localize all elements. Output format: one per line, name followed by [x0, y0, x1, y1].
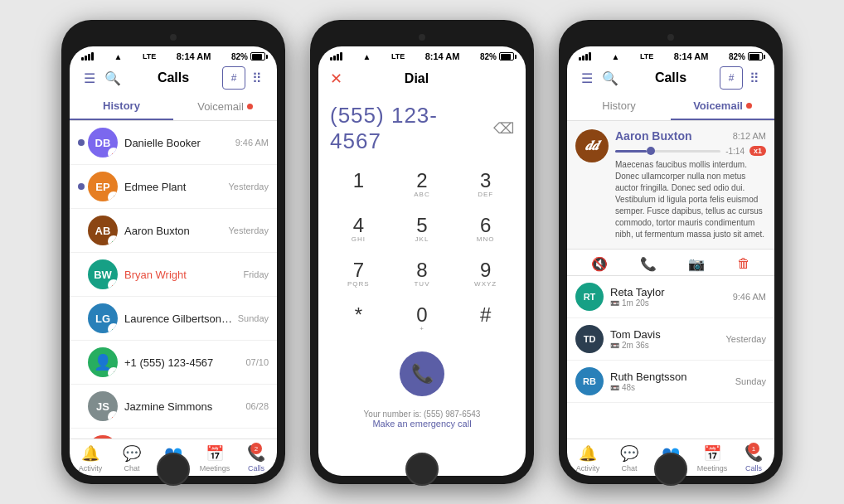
key-2[interactable]: 2ABC	[390, 162, 454, 207]
avatar-danielle: DB ↙	[88, 128, 118, 158]
vm-list-name: Tom Davis	[610, 328, 725, 341]
menu-button[interactable]: ☰	[78, 66, 101, 90]
unread-dot	[78, 139, 85, 146]
avatar-number: 👤 ↗	[88, 347, 118, 377]
home-button-2[interactable]	[405, 453, 439, 486]
grid-button[interactable]: ⠿	[245, 66, 269, 90]
nav-calls-3[interactable]: 📞 Calls 1	[733, 444, 774, 472]
avatar-tom: TD	[575, 325, 604, 353]
nav-label: Activity	[79, 464, 103, 472]
dial-number-display: (555) 123-4567 ⌫	[318, 94, 526, 162]
call-time: 07/10	[245, 357, 269, 367]
vm-duration: 1m 20s	[622, 298, 649, 308]
unread-dot	[78, 183, 85, 190]
search-button[interactable]: 🔍	[101, 66, 124, 90]
duration-row: 📼 1m 20s	[610, 298, 733, 308]
key-3[interactable]: 3DEF	[454, 162, 517, 207]
key-0[interactable]: 0+	[390, 297, 454, 342]
tabs-1: History Voicemail	[70, 93, 277, 121]
call-name: Jazmine Simmons	[124, 400, 242, 413]
home-button-3[interactable]	[654, 453, 687, 486]
spacer	[78, 227, 85, 234]
tag-button[interactable]: #	[222, 66, 245, 90]
call-item-laurence[interactable]: LG ↙ Laurence Gilbertson (3) Sunday	[70, 297, 277, 341]
key-7[interactable]: 7PQRS	[327, 252, 390, 297]
progress-bar[interactable]	[615, 150, 720, 153]
mute-button[interactable]: 🔇	[591, 256, 608, 272]
avatar-aaron: AB ↙	[88, 216, 118, 245]
call-info-laurence: Laurence Gilbertson (3)	[124, 313, 235, 325]
key-4[interactable]: 4GHI	[327, 207, 390, 252]
call-item-jazmine[interactable]: JS ↙ Jazmine Simmons 06/28	[70, 385, 277, 429]
tab-voicemail-1[interactable]: Voicemail	[173, 93, 277, 120]
video-button[interactable]: 📷	[688, 256, 705, 272]
nav-chat-3[interactable]: 💬 Chat	[609, 444, 650, 472]
vm-item-tom[interactable]: TD Tom Davis 📼 2m 36s Yesterday	[567, 318, 774, 361]
callback-button[interactable]: 📞	[640, 256, 657, 272]
lte-icon: LTE	[143, 52, 156, 61]
vm-item-reta[interactable]: RT Reta Taylor 📼 1m 20s 9:46 AM	[567, 276, 774, 318]
vm-duration: 2m 36s	[622, 341, 649, 350]
voicemail-duration: -1:14	[725, 147, 745, 156]
emergency-link[interactable]: Make an emergency call	[322, 419, 522, 429]
menu-button-3[interactable]: ☰	[575, 66, 599, 90]
key-9[interactable]: 9WXYZ	[454, 252, 517, 297]
page-title-1: Calls	[124, 70, 222, 85]
dial-header: ✕ Dial	[318, 63, 526, 94]
tag-button-3[interactable]: #	[720, 66, 743, 90]
tab-voicemail-3[interactable]: Voicemail	[671, 93, 774, 120]
nav-meetings-1[interactable]: 📅 Meetings	[194, 444, 235, 472]
key-1[interactable]: 1	[327, 162, 390, 207]
call-time: 06/28	[245, 401, 269, 411]
spacer	[78, 271, 85, 278]
call-item-edmee[interactable]: EP ↗ Edmee Plant Yesterday	[70, 165, 277, 209]
dial-call-button[interactable]: 📞	[400, 351, 444, 396]
call-item-danielle[interactable]: DB ↙ Danielle Booker 9:46 AM	[70, 121, 277, 165]
nav-activity-1[interactable]: 🔔 Activity	[70, 444, 111, 472]
key-hash[interactable]: #	[454, 297, 517, 342]
battery-area: 82%	[480, 52, 514, 61]
nav-calls-1[interactable]: 📞 Calls 2	[235, 444, 277, 472]
spacer	[78, 315, 85, 322]
call-type-icon: ↗	[108, 191, 118, 201]
home-button-1[interactable]	[157, 453, 190, 486]
call-info-danielle: Danielle Booker	[124, 137, 232, 149]
voicemail-list: RT Reta Taylor 📼 1m 20s 9:46 AM TD Tom D…	[567, 276, 774, 439]
duration-row: 📼 48s	[610, 383, 735, 392]
vm-list-info: Reta Taylor 📼 1m 20s	[610, 286, 733, 308]
dial-number: (555) 123-4567	[330, 103, 487, 154]
your-number-label: Your number is: (555) 987-6543	[322, 410, 522, 419]
call-time: Friday	[243, 269, 269, 279]
progress-dot	[647, 147, 655, 155]
nav-label: Chat	[621, 464, 637, 472]
vm-duration: 48s	[622, 383, 635, 392]
call-item-erika[interactable]: EF ↗ Erika Fuller 06/27	[70, 429, 277, 439]
call-item-number[interactable]: 👤 ↗ +1 (555) 123-4567 07/10	[70, 341, 277, 385]
phone-3: ▲ LTE 8:14 AM 82% ☰ 🔍 Calls # ⠿ History	[559, 20, 783, 484]
battery-icon	[499, 52, 514, 61]
cassette-icon: 📼	[610, 299, 619, 308]
key-8[interactable]: 8TUV	[390, 252, 454, 297]
close-button[interactable]: ✕	[330, 70, 342, 88]
call-item-aaron[interactable]: AB ↙ Aaron Buxton Yesterday	[70, 209, 277, 253]
nav-meetings-3[interactable]: 📅 Meetings	[691, 444, 733, 472]
key-6[interactable]: 6MNO	[454, 207, 517, 252]
tab-history-3[interactable]: History	[567, 93, 671, 120]
call-type-icon: ↙	[108, 323, 118, 333]
call-name: Laurence Gilbertson (3)	[124, 313, 235, 325]
nav-chat-1[interactable]: 💬 Chat	[111, 444, 153, 472]
battery-icon	[250, 52, 265, 61]
search-button-3[interactable]: 🔍	[599, 66, 622, 90]
battery-pct: 82%	[231, 52, 248, 61]
nav-activity-3[interactable]: 🔔 Activity	[567, 444, 609, 472]
voicemail-text: Maecenas faucibus mollis interdum. Donec…	[615, 159, 766, 240]
delete-button-vm[interactable]: 🗑	[737, 256, 750, 272]
key-5[interactable]: 5JKL	[390, 207, 454, 252]
grid-button-3[interactable]: ⠿	[743, 66, 766, 90]
vm-item-ruth[interactable]: RB Ruth Bengtsson 📼 48s Sunday	[567, 361, 774, 403]
tab-history-1[interactable]: History	[70, 93, 173, 120]
camera	[170, 34, 177, 41]
delete-button[interactable]: ⌫	[493, 119, 514, 138]
key-star[interactable]: *	[327, 297, 390, 342]
call-item-bryan[interactable]: BW ↙ Bryan Wright Friday	[70, 253, 277, 297]
